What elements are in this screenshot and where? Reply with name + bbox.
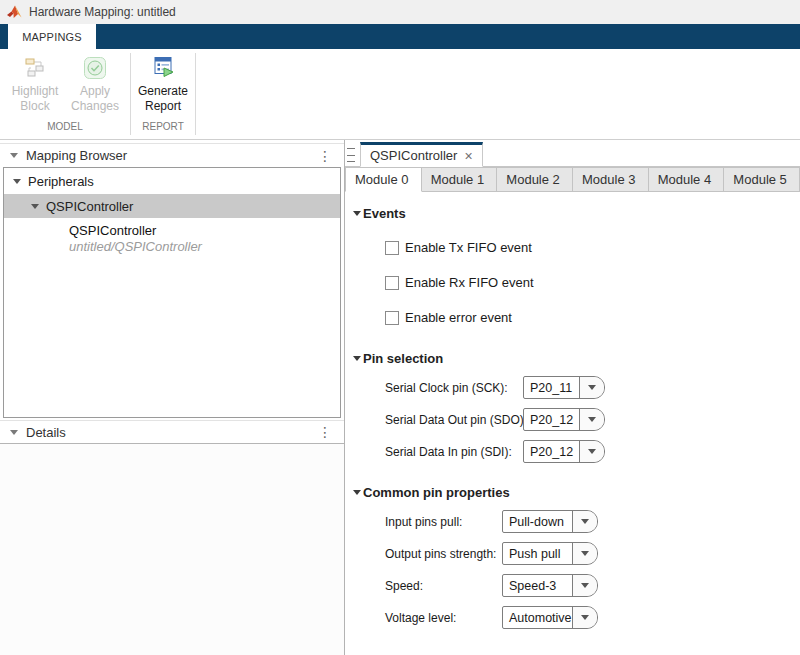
serial-clock-pin-dropdown[interactable]: P20_11	[523, 376, 605, 399]
enable-tx-fifo-row: Enable Tx FIFO event	[385, 238, 800, 257]
tab-module-5[interactable]: Module 5	[724, 167, 800, 192]
close-icon[interactable]: ×	[464, 150, 472, 162]
generate-report-icon	[152, 56, 175, 82]
tree-leaf-path: untitled/QSPIController	[69, 239, 340, 254]
collapse-arrow-icon[interactable]	[353, 356, 361, 361]
tab-module-2[interactable]: Module 2	[497, 167, 573, 192]
dropdown-arrow-icon[interactable]	[573, 543, 597, 564]
chevron-down-icon[interactable]	[31, 204, 39, 209]
section-title: Common pin properties	[363, 485, 510, 500]
enable-rx-fifo-row: Enable Rx FIFO event	[385, 273, 800, 292]
serial-data-out-pin-row: Serial Data Out pin (SDO): P20_12	[385, 408, 800, 431]
tree-item-qspicontroller-group[interactable]: QSPIController	[4, 194, 340, 218]
enable-error-event-row: Enable error event	[385, 308, 800, 327]
collapse-arrow-icon[interactable]	[10, 153, 18, 158]
highlight-block-button[interactable]: Highlight Block	[5, 56, 65, 121]
enable-tx-fifo-checkbox[interactable]	[385, 241, 399, 255]
tab-module-4[interactable]: Module 4	[649, 167, 725, 192]
toolbar-group-model: Highlight Block Apply Changes MODE	[0, 49, 130, 139]
tab-mappings[interactable]: MAPPINGS	[8, 24, 96, 49]
toolbar-group-report: Generate Report REPORT	[131, 49, 195, 139]
tab-module-1[interactable]: Module 1	[422, 167, 498, 192]
dropdown-arrow-icon[interactable]	[573, 607, 597, 628]
mapping-browser-panel: Mapping Browser ⋮ Peripherals QSPIContro…	[0, 140, 345, 655]
dropdown-arrow-icon[interactable]	[580, 441, 604, 462]
module-form: Events Enable Tx FIFO event Enable Rx FI…	[345, 192, 800, 655]
doc-tab-label: QSPIController	[370, 148, 457, 163]
dropdown-arrow-icon[interactable]	[573, 575, 597, 596]
dropdown-value[interactable]: P20_12	[524, 409, 580, 430]
speed-row: Speed: Speed-3	[385, 574, 800, 597]
enable-error-event-checkbox[interactable]	[385, 311, 399, 325]
tree-item-qspicontroller-leaf[interactable]: QSPIController untitled/QSPIController	[4, 223, 340, 254]
tree-item-label: QSPIController	[46, 199, 133, 214]
output-pins-strength-row: Output pins strength: Push pull	[385, 542, 800, 565]
main-area: Mapping Browser ⋮ Peripherals QSPIContro…	[0, 140, 800, 655]
generate-report-label-line2: Report	[145, 99, 181, 113]
checkbox-label: Enable error event	[405, 310, 512, 325]
dropdown-arrow-icon[interactable]	[573, 511, 597, 532]
highlight-block-label-line1: Highlight	[12, 84, 59, 98]
checkbox-label: Enable Rx FIFO event	[405, 275, 534, 290]
apply-changes-button[interactable]: Apply Changes	[65, 56, 125, 121]
kebab-menu-icon[interactable]: ⋮	[316, 149, 334, 163]
common-pin-properties-section-header: Common pin properties	[353, 483, 800, 501]
titlebar: Hardware Mapping: untitled	[0, 0, 800, 24]
input-pins-pull-dropdown[interactable]: Pull-down	[502, 510, 598, 533]
field-label: Speed:	[385, 579, 502, 593]
document-tab-bar: QSPIController ×	[345, 140, 800, 167]
serial-clock-pin-row: Serial Clock pin (SCK): P20_11	[385, 376, 800, 399]
speed-dropdown[interactable]: Speed-3	[502, 574, 598, 597]
events-section-header: Events	[353, 204, 800, 222]
dropdown-value[interactable]: Speed-3	[503, 575, 573, 596]
toolbar-separator	[195, 53, 196, 135]
field-label: Serial Data In pin (SDI):	[385, 445, 523, 459]
dropdown-value[interactable]: P20_11	[524, 377, 580, 398]
toolbar-section-label-model: MODEL	[0, 121, 130, 139]
window-title: Hardware Mapping: untitled	[29, 5, 176, 19]
dropdown-value[interactable]: Automotive	[503, 607, 573, 628]
collapse-arrow-icon[interactable]	[10, 430, 18, 435]
dropdown-value[interactable]: Pull-down	[503, 511, 573, 532]
tab-module-3[interactable]: Module 3	[573, 167, 649, 192]
ribbon-tab-bar: MAPPINGS	[0, 24, 800, 49]
enable-rx-fifo-checkbox[interactable]	[385, 276, 399, 290]
tab-module-0[interactable]: Module 0	[345, 167, 422, 192]
input-pins-pull-row: Input pins pull: Pull-down	[385, 510, 800, 533]
collapse-arrow-icon[interactable]	[353, 211, 361, 216]
peripherals-tree: Peripherals QSPIController QSPIControlle…	[3, 167, 341, 418]
kebab-menu-icon[interactable]: ⋮	[316, 425, 334, 439]
chevron-down-icon[interactable]	[13, 179, 21, 184]
apply-changes-label-line2: Changes	[71, 99, 119, 113]
collapse-arrow-icon[interactable]	[353, 490, 361, 495]
checkbox-label: Enable Tx FIFO event	[405, 240, 532, 255]
tab-overflow-icon[interactable]	[347, 148, 359, 162]
serial-data-in-pin-dropdown[interactable]: P20_12	[523, 440, 605, 463]
tree-item-peripherals[interactable]: Peripherals	[4, 168, 340, 194]
serial-data-out-pin-dropdown[interactable]: P20_12	[523, 408, 605, 431]
toolbar-section-label-report: REPORT	[131, 121, 195, 139]
dropdown-value[interactable]: P20_12	[524, 441, 580, 462]
output-pins-strength-dropdown[interactable]: Push pull	[502, 542, 598, 565]
section-title: Events	[363, 206, 406, 221]
mapping-browser-header: Mapping Browser ⋮	[0, 143, 344, 167]
field-label: Serial Data Out pin (SDO):	[385, 413, 523, 427]
dropdown-arrow-icon[interactable]	[580, 409, 604, 430]
generate-report-button[interactable]: Generate Report	[133, 56, 193, 121]
doc-tab-qspicontroller[interactable]: QSPIController ×	[360, 142, 483, 167]
toolbar: Highlight Block Apply Changes MODE	[0, 49, 800, 140]
dropdown-value[interactable]: Push pull	[503, 543, 573, 564]
serial-data-in-pin-row: Serial Data In pin (SDI): P20_12	[385, 440, 800, 463]
apply-changes-label-line1: Apply	[80, 84, 110, 98]
field-label: Voltage level:	[385, 611, 502, 625]
dropdown-arrow-icon[interactable]	[580, 377, 604, 398]
module-tab-bar: Module 0 Module 1 Module 2 Module 3 Modu…	[345, 167, 800, 192]
editor-panel: QSPIController × Module 0 Module 1 Modul…	[345, 140, 800, 655]
section-pin-selection: Pin selection Serial Clock pin (SCK): P2…	[353, 349, 800, 463]
field-label: Serial Clock pin (SCK):	[385, 381, 523, 395]
voltage-level-dropdown[interactable]: Automotive	[502, 606, 598, 629]
field-label: Output pins strength:	[385, 547, 502, 561]
highlight-block-label-line2: Block	[20, 99, 49, 113]
mapping-browser-title: Mapping Browser	[26, 148, 316, 163]
section-common-pin-properties: Common pin properties Input pins pull: P…	[353, 483, 800, 629]
